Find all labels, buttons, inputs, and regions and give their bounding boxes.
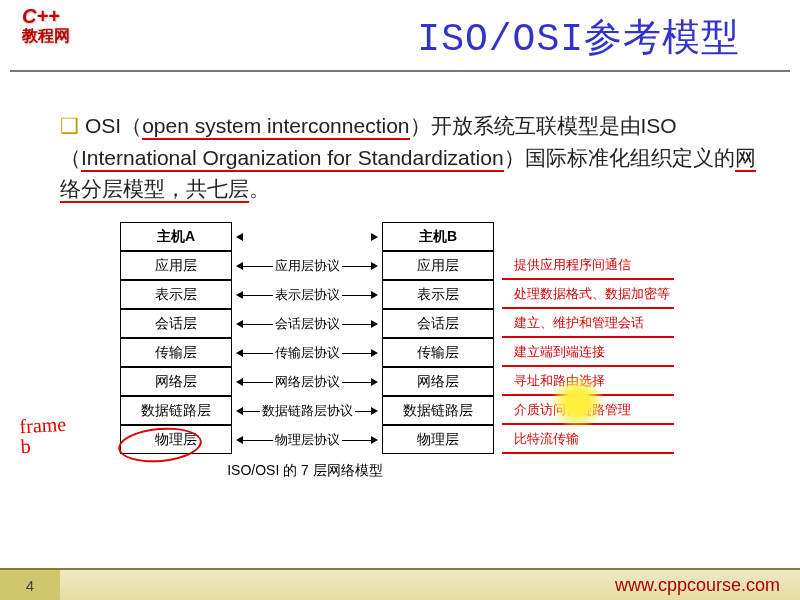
layer-row: 网络层网络层协议网络层寻址和路由选择	[120, 367, 740, 396]
layer-row: 会话层会话层协议会话层建立、维护和管理会话	[120, 309, 740, 338]
layer-row: 物理层物理层协议物理层比特流传输	[120, 425, 740, 454]
diagram-caption: ISO/OSI 的 7 层网络模型	[120, 462, 490, 480]
page-title: ISO/OSI参考模型	[417, 12, 740, 63]
layer-description: 处理数据格式、数据加密等	[502, 280, 674, 309]
header-row: 主机A 主机B	[120, 222, 740, 251]
protocol-arrow: 会话层协议	[232, 309, 382, 338]
layer-description: 介质访问、链路管理	[502, 396, 674, 425]
layer-description: 建立、维护和管理会话	[502, 309, 674, 338]
layer-description: 比特流传输	[502, 425, 674, 454]
underline-osi: open system interconnection	[142, 114, 409, 140]
host-a-layer: 会话层	[120, 309, 232, 338]
footer-url: www.cppcourse.com	[615, 575, 780, 596]
host-a-layer: 传输层	[120, 338, 232, 367]
footer-bar: 4 www.cppcourse.com	[0, 568, 800, 600]
host-a-layer: 应用层	[120, 251, 232, 280]
host-a-layer: 数据链路层	[120, 396, 232, 425]
host-b-layer: 应用层	[382, 251, 494, 280]
layer-row: 传输层传输层协议传输层建立端到端连接	[120, 338, 740, 367]
protocol-arrow: 传输层协议	[232, 338, 382, 367]
host-a-layer: 物理层	[120, 425, 232, 454]
protocol-arrow: 数据链路层协议	[232, 396, 382, 425]
header-host-a: 主机A	[120, 222, 232, 251]
site-logo: C++ 教程网	[22, 5, 70, 45]
protocol-arrow: 网络层协议	[232, 367, 382, 396]
host-b-layer: 网络层	[382, 367, 494, 396]
host-b-layer: 数据链路层	[382, 396, 494, 425]
page-number: 4	[0, 570, 60, 600]
layer-row: 应用层应用层协议应用层提供应用程序间通信	[120, 251, 740, 280]
title-rule	[10, 70, 790, 72]
host-b-layer: 表示层	[382, 280, 494, 309]
layer-description: 建立端到端连接	[502, 338, 674, 367]
osi-diagram: 主机A 主机B 应用层应用层协议应用层提供应用程序间通信表示层表示层协议表示层处…	[120, 222, 740, 480]
layer-description: 提供应用程序间通信	[502, 251, 674, 280]
protocol-arrow: 应用层协议	[232, 251, 382, 280]
protocol-arrow: 物理层协议	[232, 425, 382, 454]
host-b-layer: 传输层	[382, 338, 494, 367]
header-host-b: 主机B	[382, 222, 494, 251]
intro-bullet: ❑OSI（open system interconnection）开放系统互联模…	[60, 110, 770, 205]
protocol-arrow: 表示层协议	[232, 280, 382, 309]
bullet-icon: ❑	[60, 114, 79, 137]
layer-description: 寻址和路由选择	[502, 367, 674, 396]
host-b-layer: 会话层	[382, 309, 494, 338]
handwritten-note: frame b	[19, 414, 68, 456]
logo-line1: C++	[22, 5, 60, 27]
layer-row: 表示层表示层协议表示层处理数据格式、数据加密等	[120, 280, 740, 309]
host-a-layer: 网络层	[120, 367, 232, 396]
host-b-layer: 物理层	[382, 425, 494, 454]
underline-iso: International Organization for Standardi…	[81, 146, 504, 172]
layer-row: 数据链路层数据链路层协议数据链路层介质访问、链路管理	[120, 396, 740, 425]
logo-line2: 教程网	[22, 27, 70, 45]
host-a-layer: 表示层	[120, 280, 232, 309]
